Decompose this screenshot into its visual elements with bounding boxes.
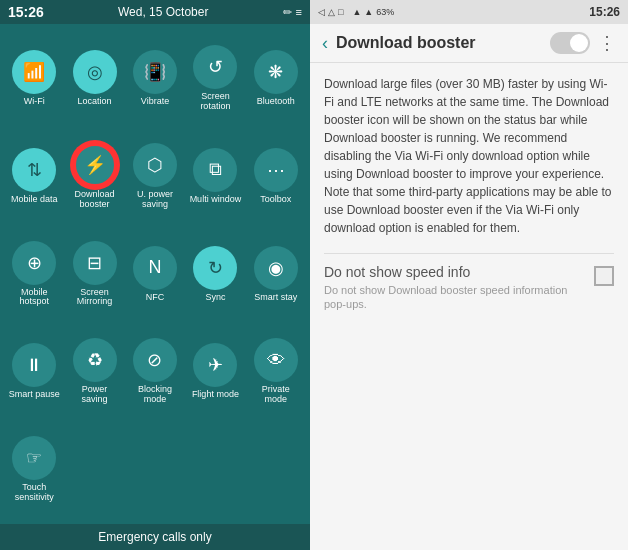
battery-text: 63% xyxy=(376,7,394,17)
qs-icon-mobile_hotspot: ⊕ xyxy=(12,241,56,285)
content-area: Download large files (over 30 MB) faster… xyxy=(310,63,628,550)
qs-icon-flight_mode: ✈ xyxy=(193,343,237,387)
qs-icon-smart_pause: ⏸ xyxy=(12,343,56,387)
emergency-calls-text: Emergency calls only xyxy=(98,530,211,544)
qs-item-u_power_saving[interactable]: ⬡U. power saving xyxy=(127,130,183,224)
qs-item-flight_mode[interactable]: ✈Flight mode xyxy=(187,325,243,419)
qs-icon-touch_sensitivity: ☞ xyxy=(12,436,56,480)
qs-label-wifi: Wi-Fi xyxy=(24,97,45,107)
date: Wed, 15 October xyxy=(118,5,209,19)
emergency-calls-bar: Emergency calls only xyxy=(0,524,310,550)
qs-icon-blocking_mode: ⊘ xyxy=(133,338,177,382)
quick-settings-grid: 📶Wi-Fi◎Location📳Vibrate↺Screen rotation❋… xyxy=(0,24,310,524)
menu-icon: ≡ xyxy=(296,6,302,18)
clock: 15:26 xyxy=(8,4,44,20)
qs-item-wifi[interactable]: 📶Wi-Fi xyxy=(6,32,62,126)
qs-item-private_mode[interactable]: 👁Private mode xyxy=(248,325,304,419)
option-title: Do not show speed info xyxy=(324,264,584,280)
qs-label-blocking_mode: Blocking mode xyxy=(129,385,181,405)
qs-icon-vibrate: 📳 xyxy=(133,50,177,94)
qs-item-smart_stay[interactable]: ◉Smart stay xyxy=(248,227,304,321)
qs-icon-mobile_data: ⇅ xyxy=(12,148,56,192)
right-clock: 15:26 xyxy=(589,5,620,19)
home-nav-icon: △ xyxy=(328,7,335,17)
qs-label-screen_rotation: Screen rotation xyxy=(189,92,241,112)
qs-item-location[interactable]: ◎Location xyxy=(66,32,122,126)
description-text: Download large files (over 30 MB) faster… xyxy=(324,75,614,237)
qs-label-multi_window: Multi window xyxy=(190,195,242,205)
qs-item-vibrate[interactable]: 📳Vibrate xyxy=(127,32,183,126)
page-title: Download booster xyxy=(336,34,542,52)
qs-label-nfc: NFC xyxy=(146,293,165,303)
edit-icon: ✏ xyxy=(283,6,292,19)
qs-item-multi_window[interactable]: ⧉Multi window xyxy=(187,130,243,224)
status-bar-right: ◁ △ □ ▲ ▲ 63% 15:26 xyxy=(310,0,628,24)
option-subtitle: Do not show Download booster speed infor… xyxy=(324,283,584,312)
qs-icon-multi_window: ⧉ xyxy=(193,148,237,192)
qs-label-location: Location xyxy=(78,97,112,107)
more-options-button[interactable]: ⋮ xyxy=(598,32,616,54)
qs-icon-power_saving: ♻ xyxy=(73,338,117,382)
qs-label-vibrate: Vibrate xyxy=(141,97,169,107)
qs-icon-private_mode: 👁 xyxy=(254,338,298,382)
qs-label-toolbox: Toolbox xyxy=(260,195,291,205)
qs-item-power_saving[interactable]: ♻Power saving xyxy=(66,325,122,419)
qs-label-power_saving: Power saving xyxy=(69,385,121,405)
qs-item-smart_pause[interactable]: ⏸Smart pause xyxy=(6,325,62,419)
qs-label-smart_pause: Smart pause xyxy=(9,390,60,400)
qs-item-toolbox[interactable]: ⋯Toolbox xyxy=(248,130,304,224)
qs-label-touch_sensitivity: Touch sensitivity xyxy=(8,483,60,503)
qs-icon-sync: ↻ xyxy=(193,246,237,290)
status-bar-left: 15:26 Wed, 15 October ✏ ≡ xyxy=(0,0,310,24)
recent-nav-icon: □ xyxy=(338,7,343,17)
qs-icon-nfc: N xyxy=(133,246,177,290)
qs-icon-download_booster: ⚡ xyxy=(73,143,117,187)
signal-icon: ▲ xyxy=(352,7,361,17)
qs-icon-bluetooth: ❋ xyxy=(254,50,298,94)
wifi-status-icon: ▲ xyxy=(364,7,373,17)
qs-label-smart_stay: Smart stay xyxy=(254,293,297,303)
qs-item-screen_mirroring[interactable]: ⊟Screen Mirroring xyxy=(66,227,122,321)
header-bar: ‹ Download booster ⋮ xyxy=(310,24,628,63)
qs-label-flight_mode: Flight mode xyxy=(192,390,239,400)
qs-icon-wifi: 📶 xyxy=(12,50,56,94)
qs-icon-screen_mirroring: ⊟ xyxy=(73,241,117,285)
back-button[interactable]: ‹ xyxy=(322,33,328,54)
option-content: Do not show speed info Do not show Downl… xyxy=(324,264,584,312)
qs-icon-location: ◎ xyxy=(73,50,117,94)
qs-label-mobile_hotspot: Mobile hotspot xyxy=(8,288,60,308)
speed-info-checkbox[interactable] xyxy=(594,266,614,286)
speed-info-option-row: Do not show speed info Do not show Downl… xyxy=(324,253,614,322)
qs-label-sync: Sync xyxy=(205,293,225,303)
qs-item-sync[interactable]: ↻Sync xyxy=(187,227,243,321)
qs-item-mobile_hotspot[interactable]: ⊕Mobile hotspot xyxy=(6,227,62,321)
qs-icon-toolbox: ⋯ xyxy=(254,148,298,192)
booster-toggle[interactable] xyxy=(550,32,590,54)
download-booster-panel: ◁ △ □ ▲ ▲ 63% 15:26 ‹ Download booster ⋮… xyxy=(310,0,628,550)
qs-label-mobile_data: Mobile data xyxy=(11,195,58,205)
qs-item-download_booster[interactable]: ⚡Download booster xyxy=(66,130,122,224)
qs-item-blocking_mode[interactable]: ⊘Blocking mode xyxy=(127,325,183,419)
qs-item-bluetooth[interactable]: ❋Bluetooth xyxy=(248,32,304,126)
qs-label-screen_mirroring: Screen Mirroring xyxy=(69,288,121,308)
qs-label-download_booster: Download booster xyxy=(69,190,121,210)
qs-item-nfc[interactable]: NNFC xyxy=(127,227,183,321)
qs-icon-smart_stay: ◉ xyxy=(254,246,298,290)
qs-item-screen_rotation[interactable]: ↺Screen rotation xyxy=(187,32,243,126)
nav-icons: ◁ △ □ ▲ ▲ 63% xyxy=(318,7,394,17)
qs-item-touch_sensitivity[interactable]: ☞Touch sensitivity xyxy=(6,422,62,516)
status-icons-left: ✏ ≡ xyxy=(283,6,302,19)
qs-label-u_power_saving: U. power saving xyxy=(129,190,181,210)
qs-icon-u_power_saving: ⬡ xyxy=(133,143,177,187)
qs-icon-screen_rotation: ↺ xyxy=(193,45,237,89)
qs-item-mobile_data[interactable]: ⇅Mobile data xyxy=(6,130,62,224)
back-nav-icon: ◁ xyxy=(318,7,325,17)
quick-settings-panel: 15:26 Wed, 15 October ✏ ≡ 📶Wi-Fi◎Locatio… xyxy=(0,0,310,550)
qs-label-bluetooth: Bluetooth xyxy=(257,97,295,107)
qs-label-private_mode: Private mode xyxy=(250,385,302,405)
